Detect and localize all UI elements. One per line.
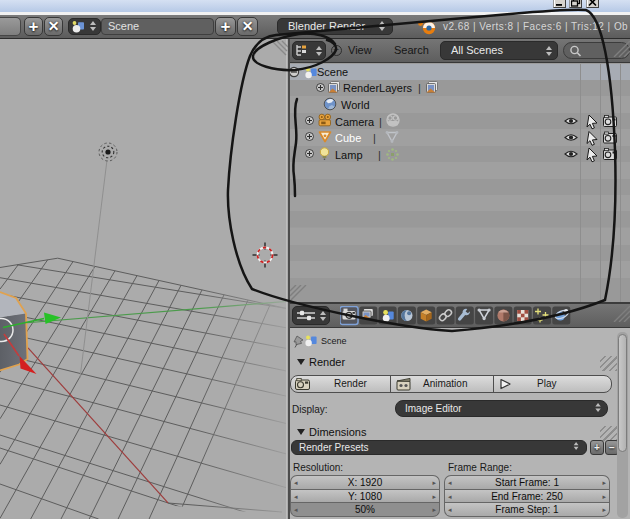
svg-text:|: |	[373, 132, 376, 144]
svg-text:Camera: Camera	[335, 116, 375, 128]
svg-text:|: |	[418, 82, 421, 94]
svg-text:Lamp: Lamp	[335, 149, 363, 161]
svg-text:Cube: Cube	[335, 132, 361, 144]
svg-text:|: |	[379, 116, 382, 128]
svg-text:World: World	[341, 99, 370, 111]
svg-text:RenderLayers: RenderLayers	[343, 82, 413, 94]
svg-text:|: |	[378, 149, 381, 161]
svg-text:Scene: Scene	[317, 66, 348, 78]
